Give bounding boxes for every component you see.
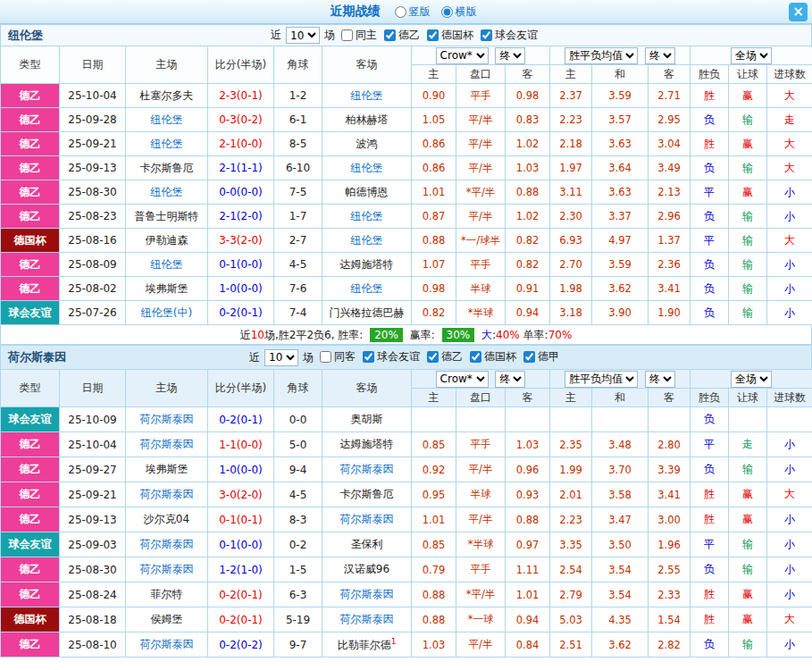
home-team[interactable]: 纽伦堡(中) (126, 301, 208, 325)
away-team[interactable]: 荷尔斯泰因 (322, 457, 412, 482)
col-header-avg-draw: 和 (592, 65, 649, 84)
filter-checkbox-input[interactable] (427, 29, 439, 41)
match-type-cell: 德乙 (1, 180, 60, 205)
match-date: 25-08-24 (60, 582, 126, 607)
away-team[interactable]: 纽伦堡 (322, 84, 412, 108)
score-cell: 2-3(0-1) (208, 84, 274, 108)
odds-away: 1.11 (506, 557, 550, 582)
avg-select[interactable]: 胜平负均值 (565, 371, 638, 388)
home-team[interactable]: 纽伦堡 (126, 253, 208, 277)
score-cell: 0-2(0-1) (208, 301, 274, 325)
col-header-odds-home: 主 (412, 65, 456, 84)
home-team[interactable]: 纽伦堡 (126, 132, 208, 156)
away-team[interactable]: 荷尔斯泰因 (322, 582, 412, 607)
odds-final-select[interactable]: 终 (495, 47, 525, 64)
filter-checkbox[interactable]: 德甲 (523, 349, 559, 364)
avg-away: 2.95 (649, 108, 691, 132)
single-rate-label: 单率: (523, 329, 548, 341)
match-type-cell: 德乙 (1, 507, 60, 532)
filter-checkbox[interactable]: 德国杯 (427, 28, 473, 43)
col-header-avg-home: 主 (550, 389, 592, 407)
away-team-label: 奥胡斯 (351, 413, 383, 425)
filter-checkbox-input[interactable] (320, 351, 331, 363)
filter-checkbox-input[interactable] (481, 29, 492, 41)
result-handicap (729, 407, 767, 432)
away-team[interactable]: 荷尔斯泰因 (322, 507, 412, 532)
filter-checkbox[interactable]: 德乙 (427, 349, 463, 364)
away-team[interactable]: 荷尔斯泰因 (322, 607, 412, 632)
near-label: 近 (271, 28, 281, 43)
avg-final-select[interactable]: 终 (645, 47, 675, 64)
close-icon[interactable]: × (789, 3, 808, 21)
filter-checkbox-input[interactable] (470, 351, 481, 363)
summary-count: 10 (251, 329, 264, 341)
avg-away: 3.39 (649, 457, 691, 482)
layout-horizontal-radio-input[interactable] (441, 6, 453, 18)
odds-company-select[interactable]: Crow* (436, 47, 489, 64)
avg-home: 2.18 (550, 132, 592, 156)
col-header-date: 日期 (60, 46, 126, 84)
layout-vertical-radio[interactable]: 竖版 (395, 4, 431, 20)
layout-vertical-radio-input[interactable] (395, 6, 406, 18)
filter-checkbox-input[interactable] (341, 29, 353, 41)
result-goals: 小 (767, 557, 812, 582)
filter-checkbox-label: 德国杯 (484, 349, 516, 364)
col-header-score: 比分(半场) (208, 370, 274, 407)
away-team[interactable]: 纽伦堡 (322, 229, 412, 253)
filter-checkbox-input[interactable] (363, 351, 374, 363)
away-team-label: 波鸿 (356, 138, 378, 150)
result-wdl: 负 (691, 301, 729, 325)
home-team[interactable]: 荷尔斯泰因 (126, 432, 208, 457)
result-wdl: 胜 (691, 582, 729, 607)
match-date: 25-09-27 (60, 457, 126, 482)
match-type-cell: 球会友谊 (1, 407, 60, 432)
layout-horizontal-label: 横版 (456, 4, 477, 20)
scope-select[interactable]: 全场 (731, 47, 772, 64)
team-section-holstein: 荷尔斯泰因 近 10 场 同客球会友谊德乙德国杯德甲 类型 日期 主场 比分(半… (0, 345, 812, 657)
result-wdl: 负 (691, 407, 729, 432)
col-header-away: 客场 (322, 370, 412, 407)
away-team[interactable]: 纽伦堡 (322, 277, 412, 301)
odds-handicap: *半球 (456, 532, 506, 557)
filter-checkbox[interactable]: 德乙 (384, 28, 420, 43)
away-team[interactable]: 纽伦堡 (322, 205, 412, 229)
filter-checkbox-label: 球会友谊 (495, 28, 538, 43)
avg-select[interactable]: 胜平负均值 (565, 47, 638, 64)
filter-checkbox[interactable]: 球会友谊 (363, 349, 420, 364)
away-team: 波鸿 (322, 132, 412, 156)
avg-home: 2.35 (550, 432, 592, 457)
filter-checkbox[interactable]: 同客 (320, 349, 356, 364)
home-team[interactable]: 纽伦堡 (126, 180, 208, 205)
filter-checkbox[interactable]: 球会友谊 (481, 28, 538, 43)
odds-away: 0.88 (506, 180, 550, 205)
home-team[interactable]: 荷尔斯泰因 (126, 557, 208, 582)
home-team[interactable]: 荷尔斯泰因 (126, 632, 208, 657)
match-row: 德乙25-08-09纽伦堡0-1(0-0)4-5达姆施塔特1.07平手0.822… (1, 253, 812, 277)
result-handicap: 输 (729, 229, 767, 253)
odds-final-select[interactable]: 终 (495, 371, 525, 388)
scope-select[interactable]: 全场 (731, 371, 772, 388)
avg-final-select[interactable]: 终 (645, 371, 675, 388)
away-team[interactable]: 纽伦堡 (322, 156, 412, 180)
home-team[interactable]: 荷尔斯泰因 (126, 482, 208, 507)
match-row: 德乙25-08-02埃弗斯堡1-0(0-0)7-6纽伦堡0.98半球0.911.… (1, 277, 812, 301)
home-team[interactable]: 纽伦堡 (126, 108, 208, 132)
odds-home: 0.88 (412, 229, 456, 253)
match-count-select[interactable]: 10 (264, 349, 298, 366)
odds-company-select[interactable]: Crow* (436, 371, 489, 388)
filter-checkbox[interactable]: 德国杯 (470, 349, 516, 364)
home-team[interactable]: 荷尔斯泰因 (126, 407, 208, 432)
odds-header-cell: Crow* 终 (412, 46, 550, 65)
filter-checkbox-input[interactable] (384, 29, 396, 41)
filter-checkbox[interactable]: 同主 (341, 28, 377, 43)
match-type-cell: 德乙 (1, 156, 60, 180)
score-cell: 0-2(0-2) (208, 632, 274, 657)
col-header-home: 主场 (126, 370, 208, 407)
score-cell: 0-2(0-1) (208, 407, 274, 432)
layout-horizontal-radio[interactable]: 横版 (441, 4, 477, 20)
filter-checkbox-input[interactable] (427, 351, 439, 363)
home-team[interactable]: 荷尔斯泰因 (126, 532, 208, 557)
match-count-select[interactable]: 10 (286, 27, 320, 44)
filter-checkbox-input[interactable] (523, 351, 535, 363)
away-team-label: 荷尔斯泰因 (340, 613, 394, 625)
